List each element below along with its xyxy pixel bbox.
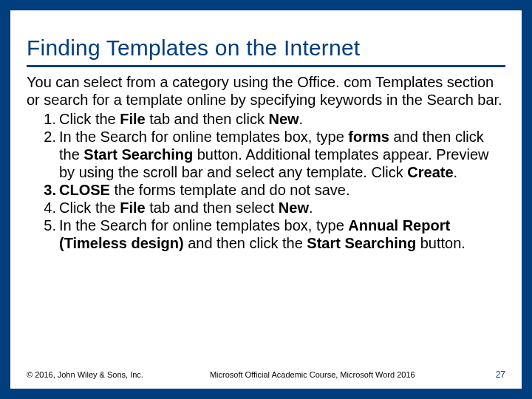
text: and then click the — [184, 235, 307, 251]
text: Click the — [59, 111, 120, 127]
bold-new: New — [268, 111, 299, 127]
slide-footer: © 2016, John Wiley & Sons, Inc. Microsof… — [27, 369, 505, 380]
text: . — [299, 111, 304, 127]
bold-new: New — [279, 200, 309, 216]
bold-start-searching: Start Searching — [307, 235, 416, 251]
step-2: In the Search for online templates box, … — [59, 128, 505, 181]
text: . — [454, 164, 458, 180]
bold-create: Create — [407, 164, 453, 180]
slide: Finding Templates on the Internet You ca… — [0, 0, 532, 399]
step-5: In the Search for online templates box, … — [59, 216, 505, 252]
bold-start-searching: Start Searching — [83, 146, 193, 163]
text: button. — [416, 235, 466, 251]
bold-forms: forms — [348, 129, 389, 145]
bold-file: File — [120, 200, 145, 216]
text: the forms template and do not save. — [110, 182, 350, 198]
steps-list: Click the File tab and then click New. I… — [27, 110, 505, 252]
text: . — [309, 200, 313, 216]
slide-title: Finding Templates on the Internet — [27, 31, 505, 61]
slide-body: You can select from a category using the… — [27, 73, 505, 252]
text: tab and then click — [146, 111, 269, 127]
step-1: Click the File tab and then click New. — [59, 110, 505, 128]
intro-text: You can select from a category using the… — [27, 73, 505, 109]
text: In the Search for online templates box, … — [59, 217, 348, 233]
bold-file: File — [120, 111, 145, 127]
text: tab and then select — [146, 200, 279, 216]
course-text: Microsoft Official Academic Course, Micr… — [210, 370, 415, 379]
text: In the Search for online templates box, … — [59, 129, 348, 145]
bold-close: CLOSE — [59, 182, 110, 198]
copyright-text: © 2016, John Wiley & Sons, Inc. — [27, 370, 143, 379]
text: Click the — [59, 200, 120, 216]
step-4: Click the File tab and then select New. — [59, 199, 505, 216]
title-rule — [27, 65, 505, 67]
step-3: CLOSE the forms template and do not save… — [59, 181, 505, 199]
page-number: 27 — [496, 369, 505, 380]
